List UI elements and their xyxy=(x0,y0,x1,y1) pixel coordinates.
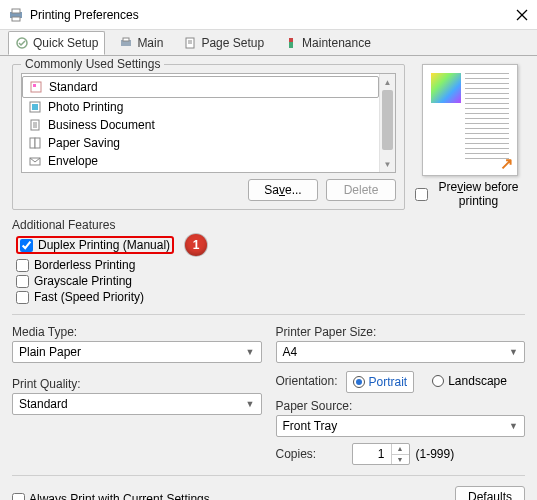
list-item-label: Paper Saving xyxy=(48,136,120,150)
window-title: Printing Preferences xyxy=(30,8,515,22)
tab-label: Maintenance xyxy=(302,36,371,50)
grayscale-label: Grayscale Printing xyxy=(34,274,132,288)
delete-button: Delete xyxy=(326,179,396,201)
list-item-label: Business Document xyxy=(48,118,155,132)
orientation-landscape[interactable]: Landscape xyxy=(432,374,507,388)
spin-down[interactable]: ▼ xyxy=(392,455,409,465)
orientation-label: Orientation: xyxy=(276,374,346,388)
standard-icon xyxy=(29,80,43,94)
media-type-value: Plain Paper xyxy=(19,345,81,359)
main-icon xyxy=(119,36,133,50)
preview-image: ↗ xyxy=(422,64,518,176)
list-item-paper-saving[interactable]: Paper Saving xyxy=(22,134,379,152)
preview-label: Preview before printing xyxy=(432,180,525,208)
chevron-down-icon: ▼ xyxy=(509,421,518,431)
spin-up[interactable]: ▲ xyxy=(392,444,409,455)
list-item-photo[interactable]: Photo Printing xyxy=(22,98,379,116)
preview-checkbox[interactable] xyxy=(415,188,428,201)
paper-saving-icon xyxy=(28,136,42,150)
tab-maintenance[interactable]: Maintenance xyxy=(278,32,377,54)
features-title: Additional Features xyxy=(12,218,525,232)
list-item-label: Envelope xyxy=(48,154,98,168)
tab-quick-setup[interactable]: Quick Setup xyxy=(8,31,105,55)
settings-listbox[interactable]: Standard Photo Printing Business Documen… xyxy=(21,73,396,173)
defaults-button[interactable]: Defaults xyxy=(455,486,525,500)
always-print-row[interactable]: Always Print with Current Settings xyxy=(12,492,210,500)
svg-rect-21 xyxy=(30,138,35,148)
fast-label: Fast (Speed Priority) xyxy=(34,290,144,304)
orientation-portrait[interactable]: Portrait xyxy=(346,371,415,393)
tab-bar: Quick Setup Main Page Setup Maintenance xyxy=(0,30,537,56)
duplex-label: Duplex Printing (Manual) xyxy=(38,238,170,252)
svg-rect-2 xyxy=(12,17,20,21)
scroll-up[interactable]: ▲ xyxy=(380,74,395,90)
tab-main[interactable]: Main xyxy=(113,32,169,54)
media-type-select[interactable]: Plain Paper▼ xyxy=(12,341,262,363)
printer-icon xyxy=(8,7,24,23)
additional-features-group: Additional Features Duplex Printing (Man… xyxy=(12,218,525,304)
list-item-standard[interactable]: Standard xyxy=(22,76,379,98)
chevron-down-icon: ▼ xyxy=(246,347,255,357)
landscape-label: Landscape xyxy=(448,374,507,388)
svg-rect-11 xyxy=(289,38,293,42)
photo-icon xyxy=(28,100,42,114)
chevron-down-icon: ▼ xyxy=(509,347,518,357)
svg-rect-14 xyxy=(33,84,36,87)
print-quality-select[interactable]: Standard▼ xyxy=(12,393,262,415)
document-icon xyxy=(28,118,42,132)
svg-rect-12 xyxy=(289,42,293,48)
list-item-envelope[interactable]: Envelope xyxy=(22,152,379,170)
svg-rect-16 xyxy=(32,104,38,110)
titlebar: Printing Preferences xyxy=(0,0,537,30)
tab-label: Main xyxy=(137,36,163,50)
preview-before-printing[interactable]: Preview before printing xyxy=(415,180,525,208)
paper-source-label: Paper Source: xyxy=(276,399,526,413)
copies-range: (1-999) xyxy=(416,447,455,461)
always-print-checkbox[interactable] xyxy=(12,493,25,501)
paper-size-select[interactable]: A4▼ xyxy=(276,341,526,363)
paper-size-value: A4 xyxy=(283,345,298,359)
list-item-label: Standard xyxy=(49,80,98,94)
borderless-checkbox[interactable] xyxy=(16,259,29,272)
annotation-marker-1: 1 xyxy=(185,234,207,256)
envelope-icon xyxy=(28,154,42,168)
copies-input[interactable] xyxy=(353,444,391,464)
highlight-duplex: Duplex Printing (Manual) xyxy=(16,236,174,254)
quick-setup-icon xyxy=(15,36,29,50)
maintenance-icon xyxy=(284,36,298,50)
borderless-label: Borderless Printing xyxy=(34,258,135,272)
copies-label: Copies: xyxy=(276,447,346,461)
print-quality-label: Print Quality: xyxy=(12,377,262,391)
paper-size-label: Printer Paper Size: xyxy=(276,325,526,339)
svg-rect-1 xyxy=(12,9,20,13)
save-button[interactable]: Save... xyxy=(248,179,318,201)
svg-rect-7 xyxy=(123,38,129,41)
always-print-label: Always Print with Current Settings xyxy=(29,492,210,500)
tab-page-setup[interactable]: Page Setup xyxy=(177,32,270,54)
scroll-down[interactable]: ▼ xyxy=(380,156,395,172)
svg-rect-22 xyxy=(35,138,40,148)
copies-spinner[interactable]: ▲▼ xyxy=(352,443,410,465)
media-type-label: Media Type: xyxy=(12,325,262,339)
close-icon[interactable] xyxy=(515,8,529,22)
commonly-used-group: Commonly Used Settings Standard Photo Pr… xyxy=(12,64,405,210)
scroll-thumb[interactable] xyxy=(382,90,393,150)
fast-checkbox[interactable] xyxy=(16,291,29,304)
chevron-down-icon: ▼ xyxy=(246,399,255,409)
paper-source-select[interactable]: Front Tray▼ xyxy=(276,415,526,437)
print-quality-value: Standard xyxy=(19,397,68,411)
preview-pane: ↗ Preview before printing xyxy=(415,64,525,218)
tab-label: Quick Setup xyxy=(33,36,98,50)
grayscale-checkbox[interactable] xyxy=(16,275,29,288)
page-setup-icon xyxy=(183,36,197,50)
paper-source-value: Front Tray xyxy=(283,419,338,433)
list-item-label: Photo Printing xyxy=(48,100,123,114)
list-item-business[interactable]: Business Document xyxy=(22,116,379,134)
scrollbar[interactable]: ▲▼ xyxy=(379,74,395,172)
duplex-checkbox[interactable] xyxy=(20,239,33,252)
tab-label: Page Setup xyxy=(201,36,264,50)
group-title: Commonly Used Settings xyxy=(21,57,164,71)
portrait-label: Portrait xyxy=(369,375,408,389)
